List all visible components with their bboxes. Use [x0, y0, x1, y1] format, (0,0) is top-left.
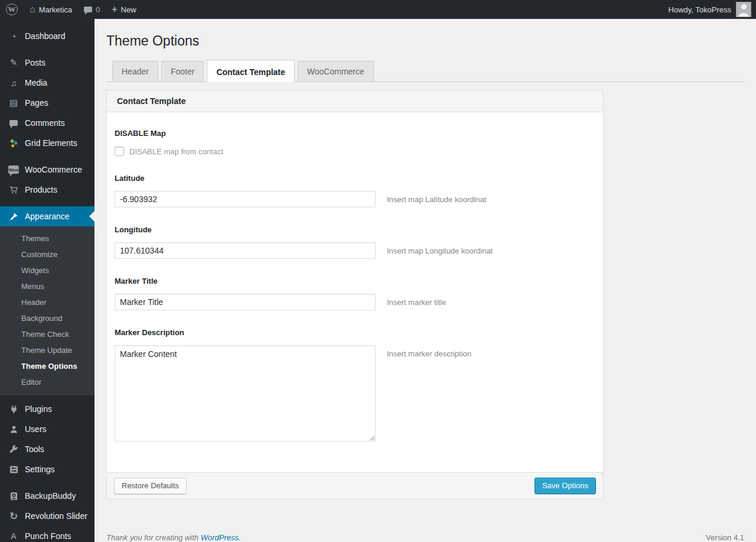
footer-period: .: [239, 533, 241, 542]
marker-description-hint: Insert marker description: [387, 345, 471, 358]
sidebar-item-comments[interactable]: Comments: [0, 113, 94, 133]
home-icon: ⌂: [30, 5, 35, 14]
wordpress-link[interactable]: WordPress: [201, 533, 239, 542]
latitude-label: Latitude: [115, 174, 595, 183]
appearance-submenu: Themes Customize Widgets Menus Header Ba…: [0, 226, 94, 395]
submenu-item-menus[interactable]: Menus: [0, 278, 94, 294]
sidebar-item-label: Pages: [25, 98, 48, 108]
submenu-item-theme-options[interactable]: Theme Options: [0, 358, 94, 374]
tab-header[interactable]: Header: [112, 61, 158, 82]
latitude-hint: Insert map Latitude koordinat: [387, 191, 486, 204]
disable-map-label: DISABLE Map: [115, 129, 595, 138]
latitude-input[interactable]: [115, 191, 376, 207]
paintbrush-icon: [8, 212, 19, 221]
wrench-icon: [8, 445, 19, 454]
wordpress-logo-menu[interactable]: W: [0, 0, 24, 19]
site-name-label: Marketica: [39, 5, 72, 14]
longitude-input[interactable]: [115, 242, 376, 259]
menu-separator: [0, 200, 94, 206]
sidebar-item-label: Posts: [25, 58, 45, 67]
sidebar-item-label: BackupBuddy: [25, 491, 76, 501]
sidebar-item-tools[interactable]: Tools: [0, 439, 94, 459]
new-content-menu[interactable]: + New: [106, 0, 142, 19]
submenu-item-theme-update[interactable]: Theme Update: [0, 342, 94, 358]
plug-icon: [8, 405, 19, 414]
marker-title-input[interactable]: [115, 294, 376, 310]
settings-sliders-icon: [8, 465, 19, 474]
cart-icon: [8, 186, 19, 194]
comments-icon: [8, 120, 19, 126]
footer-thanks-text: Thank you for creating with: [106, 533, 198, 542]
sidebar-item-revolution-slider[interactable]: ↻ Revolution Slider: [0, 506, 94, 526]
submenu-item-widgets[interactable]: Widgets: [0, 262, 94, 278]
sidebar-item-dashboard[interactable]: ◔ Dashboard: [0, 26, 94, 46]
sidebar-item-media[interactable]: ♫ Media: [0, 73, 94, 93]
admin-sidebar: ◔ Dashboard ✎ Posts ♫ Media ▤ Pages Comm…: [0, 19, 94, 542]
new-label: New: [121, 5, 136, 14]
menu-separator: [0, 153, 94, 160]
save-options-button[interactable]: Save Options: [535, 478, 596, 494]
sidebar-item-backupbuddy[interactable]: BackupBuddy: [0, 486, 94, 506]
marker-description-label: Marker Description: [115, 328, 595, 337]
sidebar-item-woocommerce[interactable]: Woo WooCommerce: [0, 160, 94, 180]
longitude-hint: Insert map Longitude koordinat: [387, 242, 493, 255]
wordpress-admin: W ⌂ Marketica 0 + New Howdy, TokoPress ◔…: [0, 0, 756, 542]
longitude-label: Longitude: [115, 225, 595, 234]
sidebar-item-label: Revolution Slider: [25, 511, 87, 521]
user-icon: [8, 425, 19, 434]
panel-body: DISABLE Map DISABLE map from contact Lat…: [107, 112, 603, 472]
sidebar-item-grid-elements[interactable]: Grid Elements: [0, 133, 94, 153]
marker-title-label: Marker Title: [115, 277, 595, 285]
sidebar-item-label: Punch Fonts: [25, 531, 71, 541]
comment-bubble-icon: [84, 7, 92, 12]
marker-description-textarea[interactable]: Marker Content: [115, 345, 376, 442]
menu-separator: [0, 46, 94, 53]
sidebar-item-appearance[interactable]: Appearance: [0, 206, 94, 226]
backupbuddy-icon: [8, 492, 19, 501]
site-name-link[interactable]: ⌂ Marketica: [24, 0, 78, 19]
submenu-item-customize[interactable]: Customize: [0, 246, 94, 262]
woocommerce-icon: Woo: [8, 165, 19, 174]
plus-icon: +: [112, 5, 117, 14]
comments-count: 0: [96, 5, 100, 14]
panel-header: Contact Template: [107, 90, 603, 112]
sidebar-item-label: Appearance: [25, 212, 70, 221]
restore-defaults-button[interactable]: Restore Defaults: [114, 478, 187, 494]
howdy-account-link[interactable]: Howdy, TokoPress: [669, 5, 731, 14]
contact-template-panel: Contact Template DISABLE Map DISABLE map…: [106, 90, 604, 499]
sidebar-item-pages[interactable]: ▤ Pages: [0, 93, 94, 113]
admin-bar: W ⌂ Marketica 0 + New Howdy, TokoPress: [0, 0, 756, 19]
wordpress-logo-icon: W: [6, 4, 18, 15]
submenu-item-background[interactable]: Background: [0, 310, 94, 326]
submenu-item-theme-check[interactable]: Theme Check: [0, 326, 94, 342]
posts-icon: ✎: [8, 57, 19, 68]
active-menu-arrow: [89, 211, 94, 222]
submenu-item-header[interactable]: Header: [0, 294, 94, 310]
media-icon: ♫: [8, 78, 19, 88]
sidebar-item-label: Media: [25, 78, 47, 87]
disable-map-checkbox[interactable]: [115, 147, 124, 156]
footer-version: Version 4.1: [706, 533, 744, 542]
tab-woocommerce[interactable]: WooCommerce: [298, 61, 374, 82]
sidebar-item-punch-fonts[interactable]: A Punch Fonts: [0, 526, 94, 542]
sidebar-item-label: Grid Elements: [25, 138, 77, 148]
submenu-item-editor[interactable]: Editor: [0, 374, 94, 390]
page-title: Theme Options: [106, 19, 744, 50]
theme-options-tabs: Header Footer Contact Template WooCommer…: [106, 60, 744, 82]
comments-admin-bar-link[interactable]: 0: [78, 0, 106, 19]
sidebar-item-users[interactable]: Users: [0, 419, 94, 439]
submenu-item-themes[interactable]: Themes: [0, 231, 94, 246]
tab-footer[interactable]: Footer: [161, 61, 204, 82]
sidebar-item-label: WooCommerce: [25, 165, 82, 174]
sidebar-item-posts[interactable]: ✎ Posts: [0, 53, 94, 73]
tab-contact-template[interactable]: Contact Template: [207, 60, 294, 82]
letter-a-icon: A: [8, 531, 19, 541]
sidebar-item-settings[interactable]: Settings: [0, 459, 94, 479]
user-avatar[interactable]: [736, 2, 751, 17]
sidebar-item-label: Settings: [25, 465, 55, 474]
sidebar-item-label: Tools: [25, 444, 44, 454]
grid-elements-icon: [8, 139, 19, 148]
sidebar-item-plugins[interactable]: Plugins: [0, 399, 94, 419]
sidebar-item-products[interactable]: Products: [0, 180, 94, 200]
refresh-cycle-icon: ↻: [8, 510, 19, 522]
